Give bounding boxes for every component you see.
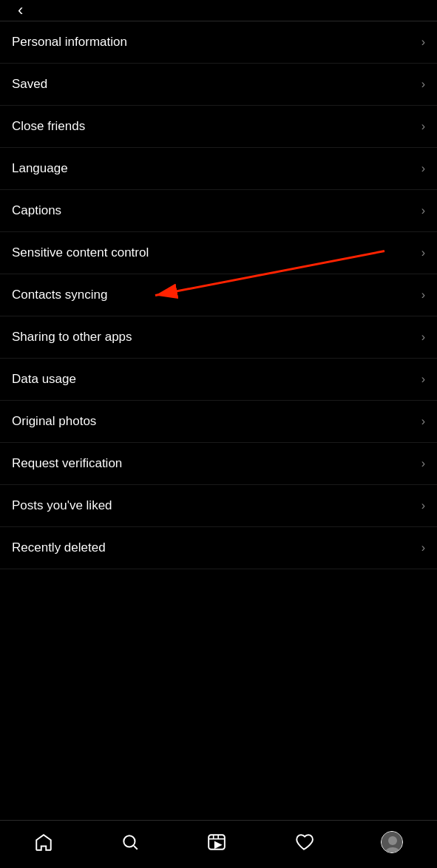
menu-item-request-verification[interactable]: Request verification› <box>0 443 437 485</box>
menu-item-close-friends[interactable]: Close friends› <box>0 106 437 148</box>
menu-item-label: Close friends <box>12 119 85 134</box>
menu-item-label: Personal information <box>12 35 127 50</box>
menu-item-label: Original photos <box>12 414 96 429</box>
home-icon <box>34 833 53 852</box>
menu-item-posts-youve-liked[interactable]: Posts you've liked› <box>0 485 437 527</box>
menu-item-data-usage[interactable]: Data usage› <box>0 359 437 401</box>
menu-item-label: Data usage <box>12 372 76 387</box>
menu-item-label: Posts you've liked <box>12 498 112 513</box>
header: ‹ <box>0 0 437 21</box>
chevron-right-icon: › <box>421 35 425 49</box>
chevron-right-icon: › <box>421 457 425 470</box>
chevron-right-icon: › <box>421 246 425 260</box>
bottom-nav <box>0 820 437 868</box>
nav-activity[interactable] <box>285 830 322 855</box>
menu-item-label: Saved <box>12 77 47 92</box>
nav-reels[interactable] <box>198 830 235 855</box>
menu-item-label: Recently deleted <box>12 540 106 555</box>
menu-item-saved[interactable]: Saved› <box>0 64 437 106</box>
chevron-right-icon: › <box>421 415 425 428</box>
menu-container: Personal information›Saved›Close friends… <box>0 21 437 820</box>
nav-profile[interactable] <box>372 828 412 856</box>
menu-list: Personal information›Saved›Close friends… <box>0 21 437 569</box>
menu-item-captions[interactable]: Captions› <box>0 190 437 232</box>
chevron-right-icon: › <box>421 373 425 386</box>
svg-point-10 <box>388 836 397 845</box>
menu-item-label: Sharing to other apps <box>12 330 132 345</box>
reels-icon <box>207 833 226 852</box>
chevron-right-icon: › <box>421 204 425 217</box>
menu-item-label: Sensitive content control <box>12 245 149 260</box>
menu-item-label: Contacts syncing <box>12 288 107 302</box>
search-icon <box>121 833 140 852</box>
menu-item-contacts-syncing[interactable]: Contacts syncing› <box>0 274 437 316</box>
heart-icon <box>294 833 314 852</box>
svg-point-2 <box>123 835 135 847</box>
nav-home[interactable] <box>25 830 62 855</box>
menu-item-label: Language <box>12 161 68 176</box>
chevron-right-icon: › <box>421 541 425 555</box>
chevron-right-icon: › <box>421 78 425 91</box>
svg-line-3 <box>134 846 138 850</box>
menu-item-sharing-to-other-apps[interactable]: Sharing to other apps› <box>0 316 437 359</box>
svg-marker-8 <box>215 842 221 848</box>
back-button[interactable]: ‹ <box>12 0 29 21</box>
menu-item-recently-deleted[interactable]: Recently deleted› <box>0 527 437 569</box>
avatar <box>381 831 403 853</box>
chevron-right-icon: › <box>421 288 425 302</box>
menu-item-sensitive-content-control[interactable]: Sensitive content control› <box>0 232 437 274</box>
chevron-right-icon: › <box>421 120 425 133</box>
chevron-right-icon: › <box>421 330 425 344</box>
chevron-right-icon: › <box>421 162 425 175</box>
chevron-right-icon: › <box>421 499 425 512</box>
menu-item-original-photos[interactable]: Original photos› <box>0 401 437 443</box>
menu-item-language[interactable]: Language› <box>0 148 437 190</box>
menu-item-label: Captions <box>12 203 61 218</box>
menu-item-label: Request verification <box>12 456 122 471</box>
nav-search[interactable] <box>112 830 149 855</box>
menu-item-personal-information[interactable]: Personal information› <box>0 21 437 64</box>
